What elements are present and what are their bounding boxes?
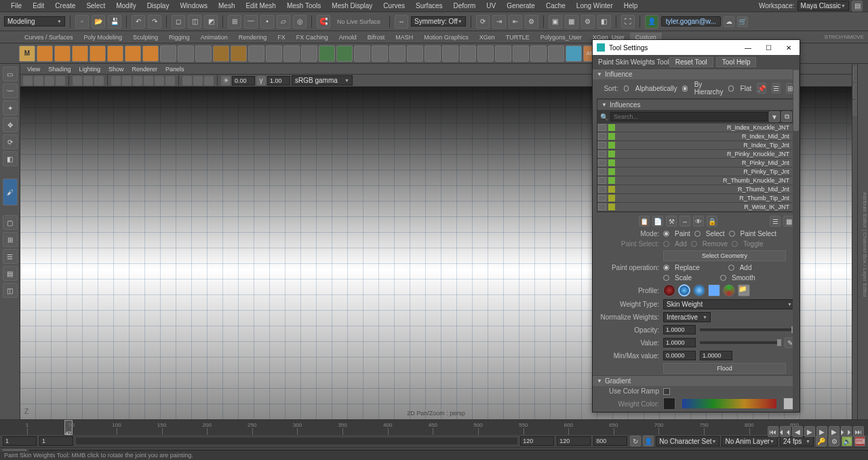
range-inner-end-input[interactable] (520, 436, 554, 446)
shelf-icon[interactable] (389, 45, 406, 62)
shelf-tab-sculpting[interactable]: Sculpting (127, 33, 163, 42)
influence-color-swatch[interactable] (608, 168, 615, 175)
search-dropdown-icon[interactable]: ▼ (769, 111, 780, 122)
influence-color-swatch[interactable] (608, 177, 615, 184)
copy-weights-icon[interactable]: 📋 (639, 216, 650, 227)
shelf-icon[interactable] (372, 45, 388, 62)
value-input[interactable]: 1.0000 (663, 338, 696, 347)
xray-icon[interactable] (193, 76, 203, 85)
weight-color-black-swatch[interactable] (663, 398, 675, 410)
panel-panels[interactable]: Panels (161, 65, 189, 73)
four-pane-icon[interactable]: ⊞ (3, 232, 18, 247)
shelf-icon[interactable] (425, 45, 441, 62)
shelf-tab-arnold[interactable]: Arnold (334, 33, 362, 42)
menu-create[interactable]: Create (50, 1, 81, 11)
shelf-icon[interactable] (54, 45, 71, 62)
symmetry-dropdown[interactable]: Symmetry: Off▼ (411, 16, 466, 26)
expand-panel-icon[interactable]: ⛶ (621, 15, 635, 28)
step-forward-icon[interactable]: ▶ (829, 426, 840, 437)
lock-icon[interactable] (598, 142, 606, 149)
influence-color-swatch[interactable] (608, 159, 615, 166)
menu-deform[interactable]: Deform (448, 1, 481, 11)
camera-attr-icon[interactable] (34, 76, 43, 85)
panel-shading[interactable]: Shading (44, 65, 75, 73)
lock-icon[interactable] (598, 195, 606, 202)
textured-icon[interactable] (144, 76, 153, 85)
weight-type-dropdown[interactable]: Skin Weight▼ (663, 299, 795, 309)
tool-help-button[interactable]: Tool Help (716, 57, 757, 67)
range-outer-start-input[interactable] (3, 436, 37, 446)
shelf-tab-animation[interactable]: Animation (195, 33, 233, 42)
go-start-icon[interactable]: ⏮ (768, 426, 778, 437)
shelf-icon[interactable] (530, 45, 547, 62)
snap-live-icon[interactable]: ◎ (293, 15, 307, 28)
hammer-weights-icon[interactable]: ⚒ (666, 216, 677, 227)
close-icon[interactable]: ✕ (782, 42, 795, 53)
live-surface-icon[interactable]: 🧲 (317, 15, 330, 28)
go-end-icon[interactable]: ⏭ (853, 426, 864, 437)
character-set-dropdown[interactable]: No Character Set▼ (656, 436, 719, 446)
gate-mask-icon[interactable] (94, 76, 104, 85)
select-hier-icon[interactable]: ◩ (204, 15, 218, 28)
shelf-icon[interactable] (266, 45, 282, 62)
op-smooth-radio[interactable] (720, 275, 726, 281)
render-frame-icon[interactable]: ▣ (549, 15, 562, 28)
pin-icon[interactable]: 📌 (757, 83, 766, 94)
influence-color-swatch[interactable] (608, 133, 615, 140)
influence-color-swatch[interactable] (608, 186, 615, 193)
snap-plane-icon[interactable]: ▱ (277, 15, 290, 28)
lock-icon[interactable] (598, 168, 606, 175)
user-badge[interactable]: tyler.gogan@w... (661, 16, 721, 26)
influence-row[interactable]: R_Index_Knuckle_JNT (597, 123, 795, 132)
lock-icon[interactable] (598, 177, 606, 184)
time-slider[interactable]: 1501001502002503003504004505005506006507… (0, 420, 868, 435)
shelf-tab-bifrost[interactable]: Bifrost (362, 33, 391, 42)
shelf-icon[interactable] (407, 45, 423, 62)
move-weights-icon[interactable]: ↔ (679, 216, 690, 227)
exposure-icon[interactable]: ☀ (221, 76, 231, 85)
right-tab-strip[interactable]: Attribute Editor | Channel Box / Layer E… (857, 64, 868, 419)
profile-solid-icon[interactable] (693, 284, 705, 296)
influence-color-swatch[interactable] (608, 151, 615, 157)
use-ramp-checkbox[interactable] (663, 388, 670, 395)
influence-search-input[interactable] (610, 112, 768, 121)
influence-row[interactable]: R_Wrist_IK_JNT (597, 203, 795, 212)
opacity-slider[interactable] (700, 328, 795, 331)
shelf-icon[interactable] (513, 45, 529, 62)
lock-weights-icon[interactable]: 🔒 (707, 216, 717, 227)
mode-paint-radio[interactable] (663, 231, 669, 237)
weight-color-ramp[interactable] (682, 399, 776, 408)
menu-windows[interactable]: Windows (174, 1, 213, 11)
render-view-icon[interactable]: ◧ (597, 15, 611, 28)
reset-tool-button[interactable]: Reset Tool (669, 57, 713, 67)
shelf-icon[interactable] (354, 45, 370, 62)
step-forward-key-icon[interactable]: ⏵⏵ (841, 426, 852, 437)
min-input[interactable]: 0.0000 (663, 351, 696, 360)
shelf-tab-xgen[interactable]: XGen (474, 33, 500, 42)
redo-icon[interactable]: ↷ (148, 15, 161, 28)
playback-loop-icon[interactable]: ↻ (630, 436, 641, 446)
lock-icon[interactable] (598, 133, 606, 140)
shelf-tab-motiongraphics[interactable]: Motion Graphics (418, 33, 474, 42)
select-camera-icon[interactable] (23, 76, 33, 85)
account-icon[interactable]: 👤 (645, 15, 658, 28)
menu-edit-mesh[interactable]: Edit Mesh (240, 1, 281, 11)
menu-display[interactable]: Display (142, 1, 175, 11)
normalize-dropdown[interactable]: Interactive▼ (663, 312, 711, 322)
shelf-maya-icon[interactable]: M (19, 45, 35, 62)
safe-area-icon[interactable] (111, 76, 121, 85)
autokey-icon[interactable]: 🔑 (816, 436, 827, 446)
cloud-icon[interactable]: ☁ (724, 16, 734, 27)
shelf-icon[interactable] (90, 45, 106, 62)
menu-mesh-display[interactable]: Mesh Display (326, 1, 378, 11)
shelf-icon[interactable] (477, 45, 494, 62)
menu-long-winter[interactable]: Long Winter (571, 1, 618, 11)
select-tool-icon[interactable]: ▭ (3, 66, 18, 81)
influence-color-swatch[interactable] (608, 124, 615, 131)
shelf-icon[interactable] (160, 45, 176, 62)
play-back-icon[interactable]: ▶ (804, 426, 815, 437)
influence-row[interactable]: R_Index_Mid_Jnt (597, 132, 795, 141)
shelf-tab-curves[interactable]: Curves / Surfaces (19, 33, 79, 42)
snap-point-icon[interactable]: • (260, 15, 274, 28)
anim-layer-dropdown[interactable]: No Anim Layer▼ (722, 436, 778, 446)
